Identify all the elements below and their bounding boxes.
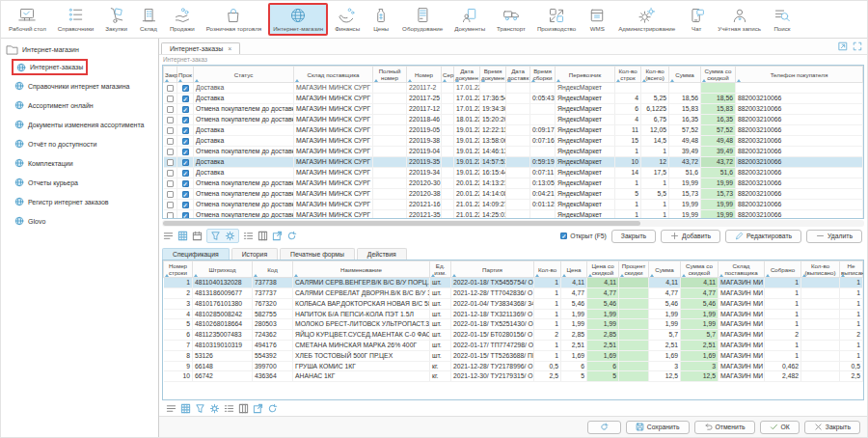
spec-row[interactable]: 24813186009677737737САЛЯМИ СЕРВЕЛАТ ДВОР…	[164, 288, 863, 299]
row-checkbox-unchecked[interactable]	[167, 191, 174, 198]
row-checkbox-unchecked[interactable]	[167, 85, 174, 92]
checkbox-checked-icon[interactable]: ✓	[560, 233, 567, 239]
open-checkbox[interactable]: ✓ Открыт (F5)	[560, 233, 607, 239]
gear-icon[interactable]	[225, 231, 235, 241]
sidebar-item-4[interactable]: Отчёт по доступности	[12, 134, 99, 153]
order-row[interactable]: ✓ДоставкаМАГАЗИН МИНСК СУРГ220119-3419.0…	[164, 168, 863, 178]
row-checkbox-unchecked[interactable]	[167, 117, 174, 123]
detail-tab-2[interactable]: Печатные формы	[280, 248, 355, 260]
toolbar-item-retail-bag[interactable]: Розничная торговля	[202, 3, 266, 36]
sidebar-item-1[interactable]: Справочники интернет магазина	[12, 76, 133, 96]
row-checkbox-checked[interactable]: ✓	[182, 170, 189, 177]
row-checkbox-unchecked[interactable]	[167, 106, 174, 113]
column-header[interactable]: Дата доставк	[506, 67, 530, 83]
external-icon[interactable]	[272, 231, 283, 241]
order-row[interactable]: ✓Отмена покупателем до доставкиМАГАЗИН М…	[164, 147, 863, 157]
column-header[interactable]: Цена со скидкой	[587, 261, 619, 278]
sidebar-root[interactable]: Интернет-магазин	[4, 42, 155, 57]
column-header[interactable]: Сумма со скидкой	[681, 261, 719, 278]
toolbar-item-warehouse[interactable]: Склад	[134, 3, 163, 36]
column-header[interactable]: Партия	[451, 261, 534, 278]
row-checkbox-unchecked[interactable]	[167, 159, 174, 166]
save-button[interactable]: Сохранить	[626, 421, 690, 434]
column-header[interactable]: Сер	[442, 67, 454, 83]
column-header[interactable]: Полный номер	[373, 67, 407, 83]
order-row[interactable]: ✓Отмена покупателем до доставкиМАГАЗИН М…	[164, 200, 863, 210]
column-header[interactable]: Время сборки	[530, 67, 556, 83]
row-checkbox-checked[interactable]: ✓	[182, 106, 189, 113]
row-checkbox-checked[interactable]: ✓	[182, 159, 189, 166]
column-header[interactable]: Склад поставщика	[719, 261, 765, 278]
spec-row[interactable]: 853126554392ХЛЕБ ТОСТОВЫЙ 500Г ПР.ЦЕХшт.…	[164, 350, 863, 361]
detail-tab-3[interactable]: Действия	[357, 248, 407, 260]
checklist-icon[interactable]	[224, 403, 234, 414]
add-order-button[interactable]: Добавить	[661, 230, 720, 243]
spec-row[interactable]: 966148399700ГРУША КОМИС 1КГкг.2021-12-28…	[164, 361, 863, 371]
column-header[interactable]: Не выписано	[840, 261, 863, 278]
order-row[interactable]: ✓Отмена покупателем до доставкиМАГАЗИН М…	[164, 115, 863, 125]
columns-icon[interactable]	[258, 231, 268, 241]
column-header[interactable]: Перевозчик	[556, 67, 615, 83]
order-row[interactable]: ✓ДоставкаМАГАЗИН МИНСК СУРГ220119-3819.0…	[164, 136, 863, 147]
external-icon[interactable]	[253, 403, 263, 414]
row-checkbox-unchecked[interactable]	[167, 127, 174, 134]
toolbar-item-equipment[interactable]: Оборудование	[397, 3, 448, 36]
row-checkbox-checked[interactable]: ✓	[182, 191, 189, 198]
row-checkbox-unchecked[interactable]	[167, 149, 174, 155]
popup-window-icon[interactable]	[838, 41, 848, 51]
column-header[interactable]: Время докумен	[480, 67, 506, 83]
column-header[interactable]: Наименование	[293, 261, 430, 278]
spec-row[interactable]: 14811040132028737738САЛЯМИ СЕРВ.ВЕНГЕР.В…	[164, 278, 863, 288]
toolbar-item-production[interactable]: Производство	[532, 3, 581, 36]
column-header[interactable]: Цена	[561, 261, 587, 278]
column-header[interactable]: Прок	[177, 67, 194, 83]
lines3-icon[interactable]	[163, 231, 174, 241]
tab-close-icon[interactable]: ×	[228, 45, 231, 52]
column-header[interactable]: Номер	[407, 67, 442, 83]
order-row[interactable]: ✓ДоставкаМАГАЗИН МИНСК СУРГ220117-2517.0…	[164, 94, 863, 104]
spec-row[interactable]: 74810319010319494176СМЕТАНА МИНСКАЯ МАРК…	[164, 341, 863, 351]
toolbar-item-search[interactable]: Поиск	[768, 3, 797, 36]
row-checkbox-checked[interactable]: ✓	[182, 117, 189, 123]
sidebar-item-7[interactable]: Регистр интернет заказов	[12, 192, 112, 211]
spec-row[interactable]: 1066742436364АНАНАС 1КГкг.2021-12-30/ ТУ…	[164, 371, 863, 382]
hscrollbar-thumb[interactable]	[163, 221, 640, 226]
funnel-icon[interactable]	[210, 231, 221, 241]
grid-icon[interactable]	[177, 231, 188, 241]
columns-icon[interactable]	[238, 403, 249, 414]
column-header[interactable]: Кол-во (выписано)	[801, 261, 840, 278]
refresh-arrows-icon[interactable]	[286, 231, 297, 241]
column-header[interactable]: Штрихкод	[193, 261, 253, 278]
grid-icon[interactable]	[180, 403, 191, 414]
toolbar-item-wms-box[interactable]: WMS	[583, 3, 611, 36]
order-row[interactable]: ✓Отмена покупателем до доставкиМАГАЗИН М…	[164, 104, 863, 115]
row-checkbox-checked[interactable]: ✓	[182, 127, 189, 134]
column-header[interactable]: Сумма	[669, 67, 701, 83]
checklist-icon[interactable]	[243, 231, 254, 241]
row-checkbox-unchecked[interactable]	[167, 180, 174, 187]
toolbar-item-price-tag[interactable]: Цены	[366, 3, 395, 36]
toolbar-item-directory[interactable]: Справочники	[53, 3, 98, 36]
order-row[interactable]: ✓ДоставкаМАГАЗИН МИНСК СУРГ220119-3519.0…	[164, 157, 863, 168]
toolbar-item-documents[interactable]: Документы	[449, 3, 490, 36]
toolbar-item-globe[interactable]: Интернет-магазин	[268, 3, 328, 36]
row-checkbox-checked[interactable]: ✓	[182, 138, 189, 145]
column-header[interactable]: Сумма	[649, 261, 681, 278]
spec-row[interactable]: 54810268018664280503МОЛОКО БРЕСТ-ЛИТОВСК…	[164, 319, 863, 330]
orders-hscrollbar[interactable]	[162, 220, 864, 227]
row-checkbox-unchecked[interactable]	[167, 170, 174, 177]
toolbar-item-chat[interactable]: Чат	[682, 3, 711, 36]
toolbar-item-desktop[interactable]: Рабочий стол	[4, 3, 51, 36]
toolbar-item-handtruck[interactable]: Закупки	[100, 3, 132, 36]
sidebar-item-6[interactable]: Отчеты курьера	[12, 173, 81, 192]
order-row[interactable]: ✓ДоставкаМАГАЗИН МИНСК СУРГ220117-217.01…	[164, 83, 863, 94]
refresh-button[interactable]	[587, 421, 621, 434]
column-header[interactable]: Статус	[194, 67, 294, 83]
order-row[interactable]: ✓Отмена покупателем до доставкиМАГАЗИН М…	[164, 178, 863, 189]
row-checkbox-checked[interactable]: ✓	[182, 212, 189, 219]
spec-row[interactable]: 64811235007483724362ЯЙЦО КУР.ЦВЕТ.СУСЕД.…	[164, 330, 863, 341]
toolbar-item-account[interactable]: Учётная запись	[713, 3, 766, 36]
column-header[interactable]: Сумма со скидкой	[701, 67, 736, 83]
row-checkbox-checked[interactable]: ✓	[182, 180, 189, 187]
row-checkbox-checked[interactable]: ✓	[182, 149, 189, 155]
